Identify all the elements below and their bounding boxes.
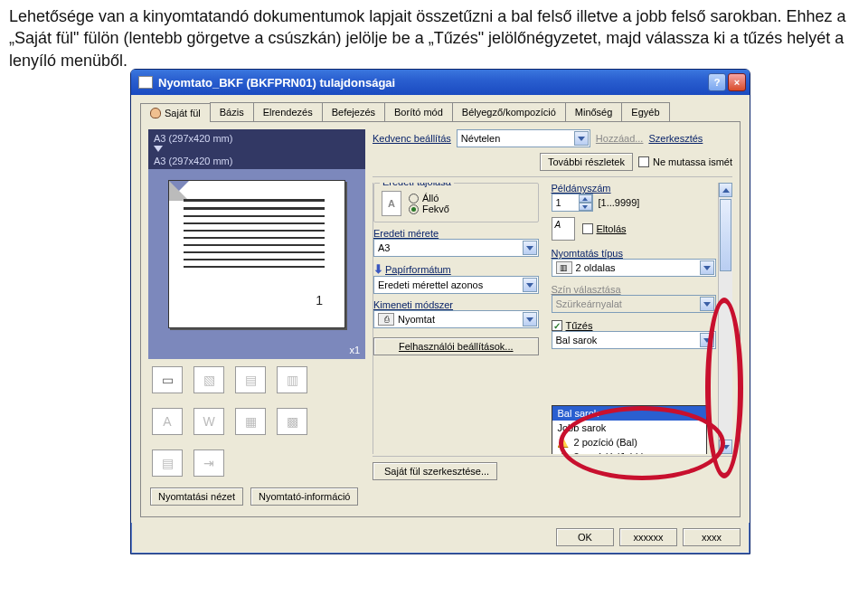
tab-cover[interactable]: Borító mód — [384, 102, 453, 121]
close-button[interactable]: × — [728, 73, 746, 91]
window-title: Nyomtato_BKF (BKFPRN01) tulajdonságai — [158, 76, 706, 90]
source-size: A3 (297x420 mm) — [154, 133, 360, 144]
offset-checkbox[interactable]: Eltolás — [582, 223, 627, 234]
feature-icon-7[interactable]: ▦ — [235, 408, 266, 435]
person-icon — [150, 108, 161, 118]
edit-favorite-link[interactable]: Szerkesztés — [648, 133, 703, 144]
page-number: 1 — [316, 293, 323, 307]
warning-icon — [558, 451, 569, 454]
edit-mytab-button[interactable]: Saját fül szerkesztése... — [373, 462, 497, 480]
ok-button[interactable]: OK — [556, 528, 614, 546]
staple-dropdown[interactable]: Bal sarok Jobb sarok 2 pozíció (Bal) 2 p… — [552, 405, 707, 454]
chevron-down-icon — [523, 278, 537, 292]
favorite-label: Kedvenc beállítás — [373, 133, 451, 144]
chevron-down-icon — [523, 312, 537, 326]
staple-combo[interactable]: Bal sarok — [552, 331, 717, 349]
tab-my-tab[interactable]: Saját fül — [140, 103, 211, 122]
staple-option[interactable]: Bal sarok — [552, 406, 706, 421]
warning-icon — [558, 437, 569, 448]
feature-icon-4[interactable]: ▥ — [277, 366, 307, 393]
feature-icon-3[interactable]: ▤ — [235, 366, 266, 393]
tabs: Saját fül Bázis Elrendezés Befejezés Bor… — [140, 102, 741, 122]
offset-icon — [552, 217, 575, 241]
feature-icon-9[interactable]: ▤ — [152, 449, 183, 477]
target-size: A3 (297x420 mm) — [154, 156, 360, 166]
scroll-up-button[interactable] — [719, 183, 732, 197]
details-button[interactable]: További részletek — [540, 153, 633, 171]
copies-spinner[interactable]: 1 — [552, 194, 593, 212]
feature-icon-10[interactable]: ⇥ — [193, 449, 224, 477]
staple-option[interactable]: 2 pozíció (Jobb) — [552, 449, 706, 454]
tab-basis[interactable]: Bázis — [210, 102, 254, 121]
chevron-down-icon — [523, 241, 537, 255]
printer-properties-dialog: Nyomtato_BKF (BKFPRN01) tulajdonságai ? … — [130, 69, 750, 554]
chevron-down-icon — [700, 297, 714, 311]
printer-small-icon: ⎙ — [378, 313, 394, 326]
print-preview-button[interactable]: Nyomtatási nézet — [150, 487, 243, 506]
orientation-icon: A — [382, 191, 401, 216]
scroll-thumb[interactable] — [720, 199, 731, 271]
tab-quality[interactable]: Minőség — [565, 102, 623, 121]
paper-format-combo[interactable]: Eredeti mérettel azonos — [373, 276, 539, 294]
feature-icon-2[interactable]: ▧ — [193, 366, 224, 393]
help-button[interactable]: ? — [708, 73, 726, 91]
staple-checkbox[interactable]: ✓Tűzés — [552, 320, 717, 331]
staple-option[interactable]: Jobb sarok — [552, 421, 706, 435]
chevron-down-icon — [700, 333, 714, 347]
tab-finishing[interactable]: Befejezés — [322, 102, 385, 121]
favorite-combo[interactable]: Névtelen — [457, 129, 590, 147]
down-arrow-icon: ⬇ — [373, 262, 383, 276]
zoom-label: x1 — [349, 345, 360, 355]
copies-label: Példányszám — [552, 183, 717, 194]
orig-size-label: Eredeti mérete — [373, 228, 539, 239]
down-triangle-icon — [154, 146, 163, 152]
settings-scrollbar[interactable] — [718, 183, 732, 454]
duplex-icon: ▥ — [556, 261, 572, 274]
output-method-combo[interactable]: ⎙Nyomtat — [373, 310, 539, 328]
feature-icon-1[interactable]: ▭ — [152, 366, 183, 393]
help-footer-button[interactable]: xxxx — [683, 528, 741, 546]
printer-info-button[interactable]: Nyomtató-információ — [250, 487, 358, 506]
color-select-combo: Szürkeárnyalat — [552, 295, 717, 313]
print-type-combo[interactable]: ▥2 oldalas — [552, 259, 717, 277]
tab-other[interactable]: Egyéb — [621, 102, 669, 121]
print-type-label: Nyomtatás típus — [552, 248, 717, 259]
feature-icon-8[interactable]: ▩ — [277, 408, 307, 435]
scroll-down-button[interactable] — [719, 440, 732, 454]
landscape-radio[interactable]: Fekvő — [409, 203, 449, 214]
cancel-button[interactable]: xxxxxx — [619, 528, 677, 546]
staple-option[interactable]: 2 pozíció (Bal) — [552, 435, 706, 449]
color-select-label: Szín választása — [552, 284, 717, 295]
paper-format-label: Papírformátum — [385, 264, 451, 275]
instruction-paragraph: Lehetősége van a kinyomtatandó dokumentu… — [0, 0, 868, 75]
feature-icon-6[interactable]: W — [193, 408, 224, 435]
preview-header: A3 (297x420 mm) A3 (297x420 mm) — [148, 129, 365, 169]
output-method-label: Kimeneti módszer — [373, 299, 539, 310]
feature-icon-5[interactable]: A — [152, 408, 183, 435]
tab-layout[interactable]: Elrendezés — [253, 102, 323, 121]
portrait-radio[interactable]: Álló — [409, 193, 449, 203]
add-favorite-link: Hozzáad... — [596, 133, 644, 144]
orientation-group-label: Eredeti tájolása — [380, 183, 454, 187]
tab-stamp[interactable]: Bélyegző/kompozíció — [452, 102, 566, 121]
titlebar[interactable]: Nyomtato_BKF (BKFPRN01) tulajdonságai ? … — [131, 70, 750, 95]
chevron-down-icon — [574, 131, 589, 146]
chevron-down-icon — [700, 260, 714, 275]
dont-show-checkbox[interactable]: Ne mutassa ismét — [638, 156, 732, 167]
page-preview: 1 x1 — [148, 169, 365, 359]
orig-size-combo[interactable]: A3 — [373, 239, 539, 257]
copies-range: [1...9999] — [599, 197, 640, 208]
user-settings-button[interactable]: Felhasználói beállítások... — [373, 337, 539, 355]
printer-icon — [138, 76, 153, 89]
